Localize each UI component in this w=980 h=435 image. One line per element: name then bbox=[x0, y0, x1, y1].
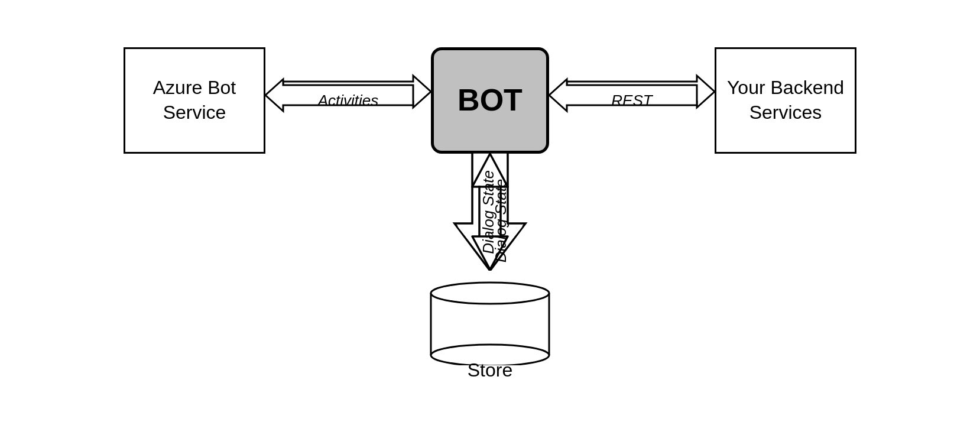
svg-point-15 bbox=[431, 283, 549, 304]
dialog-state-arrow-container: Dialog State Dialog State bbox=[431, 152, 549, 271]
vertical-section: Dialog State Dialog State Store bbox=[428, 152, 552, 381]
store-cylinder-svg bbox=[428, 277, 552, 365]
bot-label: BOT bbox=[457, 80, 523, 121]
diagram-container: Azure Bot Service Activities BOT bbox=[0, 0, 980, 435]
azure-bot-service-box: Azure Bot Service bbox=[124, 47, 265, 154]
dialog-state-label-wrapper: Dialog State bbox=[492, 179, 510, 263]
backend-services-box: Your Backend Services bbox=[715, 47, 856, 154]
backend-services-label: Your Backend Services bbox=[727, 76, 844, 125]
activities-label: Activities bbox=[318, 92, 379, 110]
dialog-state-label-text: Dialog State bbox=[492, 179, 510, 263]
activities-arrow-container: Activities bbox=[265, 65, 431, 136]
rest-label: REST bbox=[611, 92, 652, 110]
azure-bot-service-label: Azure Bot Service bbox=[153, 76, 236, 125]
rest-arrow-container: REST bbox=[549, 65, 715, 136]
store-container: Store bbox=[428, 277, 552, 381]
bot-box: BOT bbox=[431, 47, 549, 154]
store-label: Store bbox=[468, 359, 512, 381]
main-row: Azure Bot Service Activities BOT bbox=[0, 47, 980, 154]
